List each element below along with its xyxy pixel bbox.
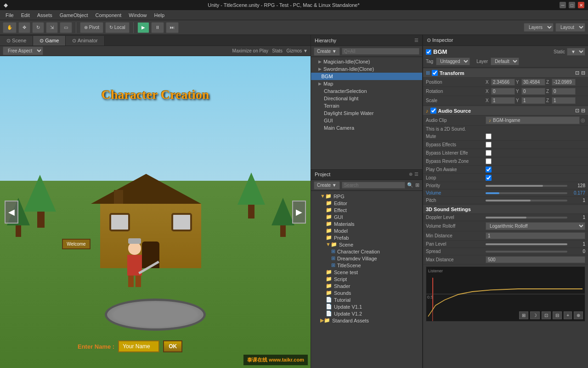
audio-icon-1[interactable]: ⊡ (575, 108, 579, 114)
project-filter-icon[interactable]: ⊞ (415, 182, 419, 188)
scale-x-field[interactable] (491, 97, 515, 104)
audio-clip-pick[interactable]: ◎ (581, 117, 585, 123)
move-tool[interactable]: ✥ (18, 22, 30, 33)
hier-item-map[interactable]: ▶Map (311, 80, 422, 87)
3d-sound-header[interactable]: 3D Sound Settings (423, 205, 588, 214)
spread-slider[interactable] (486, 251, 567, 253)
proj-gui[interactable]: 📁 GUI (313, 213, 420, 220)
proj-char-creation[interactable]: ⊞ Character Creation (313, 248, 420, 255)
bypass-reverb-checkbox[interactable] (486, 158, 492, 164)
audio-icon-2[interactable]: ⊟ (581, 108, 585, 114)
hand-tool[interactable]: ✋ (3, 22, 17, 33)
hier-item-bgm[interactable]: BGM (311, 73, 422, 80)
scale-y-field[interactable] (521, 97, 545, 104)
priority-slider[interactable] (486, 185, 567, 187)
ok-button[interactable]: OK (163, 340, 182, 352)
audio-enable[interactable] (430, 108, 436, 114)
project-create-btn[interactable]: Create ▼ (314, 181, 340, 190)
proj-model[interactable]: 📁 Model (313, 227, 420, 234)
play-on-awake-checkbox[interactable] (486, 167, 492, 172)
mute-checkbox[interactable] (486, 133, 492, 139)
waveform-icon-4[interactable]: ⊟ (553, 311, 562, 319)
tab-animator[interactable]: ⊙ Animator (66, 36, 104, 46)
hierarchy-create-btn[interactable]: Create ▼ (314, 47, 340, 56)
menu-window[interactable]: Window (125, 12, 150, 19)
nav-arrow-left[interactable]: ◀ (5, 201, 18, 224)
rolloff-dropdown[interactable]: Logarithmic Rolloff (486, 222, 585, 230)
proj-editor[interactable]: 📁 Editor (313, 200, 420, 207)
rot-x-field[interactable] (491, 88, 515, 95)
waveform-icon-6[interactable]: ⊕ (574, 311, 583, 319)
proj-update12[interactable]: 📄 Update V1.2 (313, 310, 420, 317)
menu-gameobject[interactable]: GameObject (56, 12, 92, 19)
pause-button[interactable]: ⏸ (151, 22, 164, 33)
waveform-icon-3[interactable]: ⊡ (542, 311, 551, 319)
minimize-button[interactable]: ─ (560, 2, 566, 8)
transform-icon-2[interactable]: ⊟ (581, 70, 585, 76)
bypass-effects-checkbox[interactable] (486, 142, 492, 148)
project-menu-btn[interactable]: ☰ (414, 172, 418, 177)
proj-scenetest[interactable]: 📁 Scene test (313, 269, 420, 276)
menu-component[interactable]: Component (91, 12, 125, 19)
name-input[interactable] (118, 340, 159, 352)
hier-item-magician[interactable]: ▶Magician-Idle(Clone) (311, 58, 422, 65)
proj-scene[interactable]: ▼📁 Scene (313, 241, 420, 248)
nav-arrow-right[interactable]: ▶ (292, 201, 306, 224)
transform-icon-1[interactable]: ⊡ (575, 70, 579, 76)
maximize-button[interactable]: □ (569, 2, 575, 8)
proj-standard[interactable]: ▶📁 Standard Assets (313, 317, 420, 324)
menu-edit[interactable]: Edit (17, 12, 34, 19)
hier-item-water[interactable]: Daylight Simple Water (311, 109, 422, 117)
proj-titlescene[interactable]: ⊞ TitleScene (313, 262, 420, 269)
waveform-icon-5[interactable]: + (564, 311, 572, 319)
proj-update11[interactable]: 📄 Update V1.1 (313, 303, 420, 310)
pos-z-field[interactable] (552, 79, 576, 86)
layers-dropdown[interactable]: Layers (524, 23, 554, 32)
project-icon-1[interactable]: ⊕ (409, 172, 413, 177)
pivot-button[interactable]: ⊕ Pivot (80, 22, 103, 33)
pos-x-field[interactable] (491, 79, 515, 86)
menu-file[interactable]: File (2, 12, 17, 19)
scale-z-field[interactable] (552, 97, 576, 104)
menu-help[interactable]: Help (150, 12, 168, 19)
hierarchy-search[interactable] (342, 48, 419, 55)
volume-slider[interactable] (486, 192, 567, 194)
gameobject-active-checkbox[interactable] (426, 49, 431, 55)
proj-script[interactable]: 📁 Script (313, 276, 420, 282)
pos-y-field[interactable] (521, 79, 545, 86)
proj-tutorial[interactable]: 📄 Tutorial (313, 296, 420, 303)
project-search-icon[interactable]: 🔍 (407, 182, 413, 188)
pitch-slider[interactable] (486, 200, 567, 201)
hier-item-dirlight[interactable]: Directional light (311, 95, 422, 102)
pan-slider[interactable] (486, 243, 567, 245)
menu-assets[interactable]: Assets (34, 12, 56, 19)
scale-tool[interactable]: ⇲ (46, 22, 58, 33)
static-dropdown[interactable]: ▼ (567, 48, 585, 56)
min-distance-field[interactable] (486, 232, 585, 239)
proj-prefab[interactable]: 📁 Prefab (313, 234, 420, 241)
rect-tool[interactable]: ▭ (60, 22, 72, 33)
waveform-icon-1[interactable]: ⊞ (519, 311, 528, 319)
bypass-listener-checkbox[interactable] (486, 150, 492, 156)
waveform-icon-2[interactable]: ☽ (530, 311, 540, 319)
aspect-dropdown[interactable]: Free Aspect (3, 46, 43, 55)
tab-scene[interactable]: ⊙ Scene (0, 36, 33, 46)
rot-y-field[interactable] (521, 88, 545, 95)
proj-sounds[interactable]: 📁 Sounds (313, 289, 420, 296)
audio-source-section-header[interactable]: ♪ Audio Source ⊡ ⊟ (423, 106, 588, 115)
close-button[interactable]: ✕ (578, 2, 584, 8)
hier-item-charsel[interactable]: CharacterSelection (311, 87, 422, 95)
hier-item-swordman[interactable]: ▶Swordman-Idle(Clone) (311, 65, 422, 73)
proj-dreamdev[interactable]: ⊞ Dreamdev Village (313, 255, 420, 262)
tag-dropdown[interactable]: Untagged (436, 58, 470, 65)
hierarchy-menu-btn[interactable]: ☰ (414, 38, 418, 43)
play-button[interactable]: ▶ (137, 22, 149, 33)
proj-materials[interactable]: 📁 Materials (313, 220, 420, 227)
layout-dropdown[interactable]: Layout (555, 23, 585, 32)
step-button[interactable]: ⏭ (166, 22, 179, 33)
rot-z-field[interactable] (552, 88, 576, 95)
layer-dropdown[interactable]: Default (491, 58, 519, 65)
transform-enable[interactable] (432, 70, 438, 76)
proj-effect[interactable]: 📁 Effect (313, 207, 420, 213)
rotate-tool[interactable]: ↻ (32, 22, 44, 33)
